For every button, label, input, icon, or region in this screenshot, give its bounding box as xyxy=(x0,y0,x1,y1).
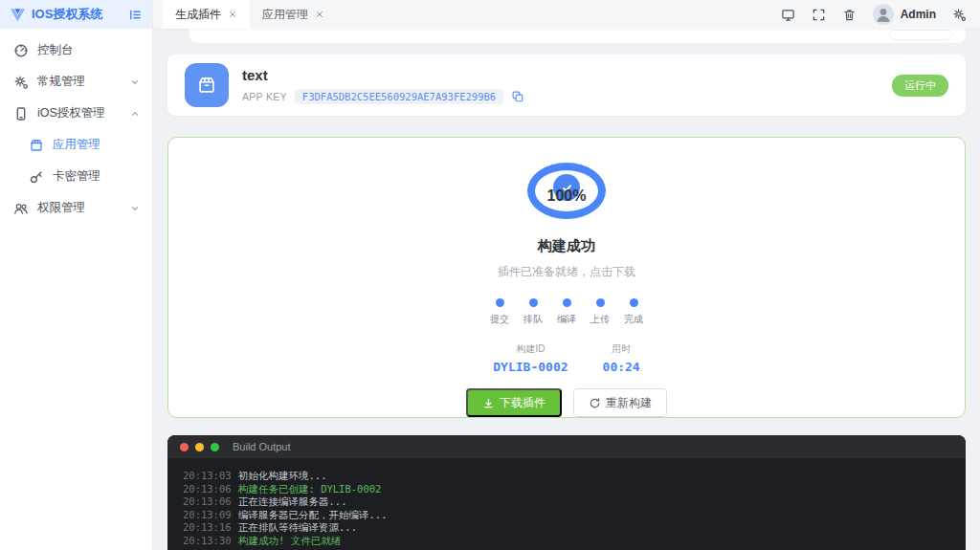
download-icon xyxy=(482,397,495,409)
trash-icon[interactable] xyxy=(842,8,857,22)
build-step: 上传 xyxy=(584,298,617,326)
app-title: IOS授权系统 xyxy=(32,6,128,23)
build-step: 排队 xyxy=(517,298,550,326)
sidebar-header: IOS授权系统 xyxy=(0,0,152,29)
log-timestamp: 20:13:06 xyxy=(183,483,238,496)
sidebar-item-label: 应用管理 xyxy=(53,137,141,153)
sidebar-item-label: 控制台 xyxy=(37,42,141,58)
terminal-line: 20:13:06正在连接编译服务器... xyxy=(183,495,950,509)
build-result-panel: 100% 构建成功 插件已准备就绪，点击下载 提交排队编译上传完成 构建IDDY… xyxy=(167,137,966,418)
log-timestamp: 20:13:09 xyxy=(183,509,238,522)
gears-icon xyxy=(13,75,29,90)
scrolled-card-bottom xyxy=(189,29,966,43)
refresh-icon xyxy=(589,397,601,409)
app-key-label: APP KEY xyxy=(242,91,287,102)
app-logo-icon xyxy=(10,7,26,23)
log-message: 构建任务已创建: DYLIB-0002 xyxy=(238,483,381,496)
sidebar-item-label: 常规管理 xyxy=(37,74,129,90)
sidebar-item[interactable]: 权限管理 xyxy=(0,192,152,224)
build-stats: 构建IDDYLIB-0002用时00:24 xyxy=(493,342,639,374)
status-badge: 运行中 xyxy=(892,75,948,97)
tab[interactable]: 应用管理 xyxy=(250,0,337,29)
stat-value: DYLIB-0002 xyxy=(493,360,568,374)
users-icon xyxy=(13,201,29,216)
build-steps: 提交排队编译上传完成 xyxy=(483,298,651,326)
collapse-sidebar-icon[interactable] xyxy=(128,8,143,22)
sidebar-item[interactable]: 应用管理 xyxy=(0,129,152,161)
main-content: text APP KEY F3DFA5DB2C5EE560929AE7A93FE… xyxy=(153,29,980,550)
step-dot-icon xyxy=(496,298,504,307)
build-stat: 用时00:24 xyxy=(603,342,640,374)
build-stat: 构建IDDYLIB-0002 xyxy=(493,342,568,374)
terminal-minimize-dot xyxy=(195,443,204,451)
settings-gear-icon[interactable] xyxy=(952,8,967,22)
log-message: 编译服务器已分配，开始编译... xyxy=(238,509,387,522)
log-message: 构建成功! 文件已就绪 xyxy=(238,535,341,548)
fullscreen-icon[interactable] xyxy=(812,8,826,22)
topbar-actions: Admin xyxy=(781,0,980,29)
download-plugin-button[interactable]: 下载插件 xyxy=(466,388,562,417)
sidebar-item[interactable]: 卡密管理 xyxy=(0,161,152,192)
download-plugin-label: 下载插件 xyxy=(500,395,546,411)
step-dot-icon xyxy=(563,298,571,307)
sidebar-item[interactable]: iOS授权管理 xyxy=(0,98,152,129)
monitor-icon[interactable] xyxy=(781,8,795,22)
topbar: 生成插件应用管理 Admin xyxy=(153,0,980,29)
chevron-up-icon xyxy=(129,108,141,120)
sidebar-item-label: iOS授权管理 xyxy=(37,105,129,121)
build-step: 完成 xyxy=(617,298,651,326)
log-message: 初始化构建环境... xyxy=(238,470,326,483)
sidebar-item-label: 卡密管理 xyxy=(53,168,141,185)
step-dot-icon xyxy=(529,298,538,307)
step-dot-icon xyxy=(596,298,605,307)
dashboard-icon xyxy=(13,43,29,58)
stat-label: 构建ID xyxy=(516,342,545,356)
log-message: 正在排队等待编译资源... xyxy=(238,521,357,535)
progress-percent: 100% xyxy=(535,187,598,205)
app-key-row: APP KEY F3DFA5DB2C5EE560929AE7A93FE299B6 xyxy=(242,89,524,104)
close-icon[interactable] xyxy=(228,10,237,19)
app-summary-card: text APP KEY F3DFA5DB2C5EE560929AE7A93FE… xyxy=(167,55,966,116)
step-label: 提交 xyxy=(490,313,509,326)
build-step: 提交 xyxy=(483,298,517,326)
terminal-body: 20:13:03初始化构建环境...20:13:06构建任务已创建: DYLIB… xyxy=(167,458,966,547)
tab-label: 生成插件 xyxy=(175,7,221,23)
sidebar-item[interactable]: 常规管理 xyxy=(0,66,152,98)
sidebar-item[interactable]: 控制台 xyxy=(0,34,152,66)
copy-icon[interactable] xyxy=(511,90,524,103)
build-step: 编译 xyxy=(550,298,584,326)
terminal-maximize-dot xyxy=(211,443,219,451)
scrolled-element-fragment xyxy=(889,30,952,40)
sidebar-item-label: 权限管理 xyxy=(37,200,129,216)
app-info: text APP KEY F3DFA5DB2C5EE560929AE7A93FE… xyxy=(242,67,524,104)
build-output-terminal: Build Output 20:13:03初始化构建环境...20:13:06构… xyxy=(167,435,966,550)
build-actions: 下载插件 重新构建 xyxy=(466,388,667,417)
build-status-title: 构建成功 xyxy=(538,237,595,255)
user-menu[interactable]: Admin xyxy=(873,4,936,25)
user-name: Admin xyxy=(901,8,936,21)
terminal-line: 20:13:03初始化构建环境... xyxy=(183,470,950,483)
stat-value: 00:24 xyxy=(603,360,640,374)
chevron-down-icon xyxy=(129,203,141,214)
rebuild-button[interactable]: 重新构建 xyxy=(573,388,667,417)
app-key-value: F3DFA5DB2C5EE560929AE7A93FE299B6 xyxy=(295,89,503,104)
avatar xyxy=(873,4,894,25)
app-package-icon xyxy=(185,63,229,107)
log-timestamp: 20:13:06 xyxy=(183,495,238,509)
log-timestamp: 20:13:03 xyxy=(183,470,238,483)
tab[interactable]: 生成插件 xyxy=(163,0,250,29)
progress-ring: 100% xyxy=(527,163,606,219)
sidebar-nav: 控制台常规管理iOS授权管理应用管理卡密管理权限管理 xyxy=(0,29,152,224)
step-label: 上传 xyxy=(590,313,610,326)
tab-bar: 生成插件应用管理 xyxy=(153,0,337,29)
device-icon xyxy=(13,106,29,121)
chevron-down-icon xyxy=(129,77,141,88)
close-icon[interactable] xyxy=(315,10,324,19)
build-status-subtitle: 插件已准备就绪，点击下载 xyxy=(498,264,635,280)
stat-label: 用时 xyxy=(612,342,631,356)
key-icon xyxy=(29,169,44,185)
app-name: text xyxy=(242,67,524,83)
terminal-line: 20:13:30构建成功! 文件已就绪 xyxy=(183,535,950,548)
step-label: 编译 xyxy=(557,313,576,326)
terminal-line: 20:13:09编译服务器已分配，开始编译... xyxy=(183,509,950,522)
